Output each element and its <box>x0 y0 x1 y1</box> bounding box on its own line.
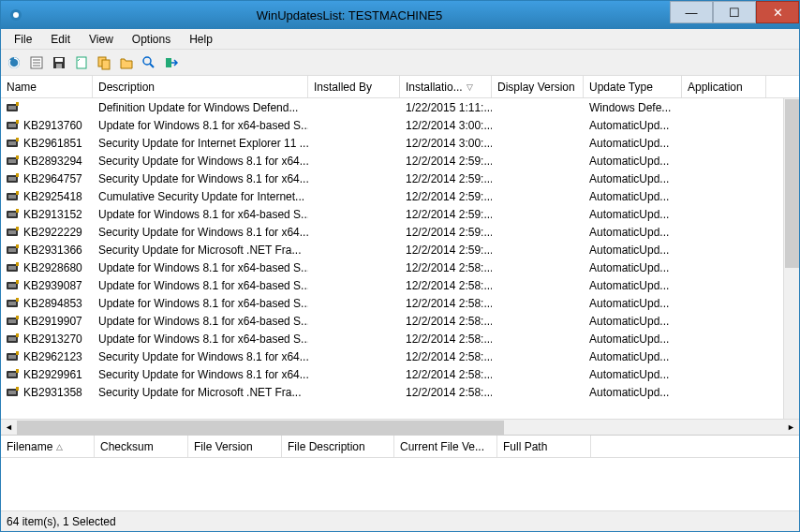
row-name: KB2929961 <box>23 368 82 381</box>
table-row[interactable]: KB2913760Update for Windows 8.1 for x64-… <box>1 116 799 134</box>
row-name: KB2961851 <box>23 137 82 150</box>
column-installed-by[interactable]: Installed By <box>308 76 400 97</box>
update-icon <box>7 280 20 291</box>
row-update-type: AutomaticUpd... <box>584 155 682 168</box>
svg-rect-45 <box>16 262 19 266</box>
row-date: 1/22/2015 1:11:... <box>400 101 492 114</box>
svg-rect-10 <box>77 57 86 68</box>
status-text: 64 item(s), 1 Selected <box>7 515 116 528</box>
svg-rect-15 <box>166 58 171 67</box>
svg-rect-26 <box>8 159 16 163</box>
detail-column-full-path[interactable]: Full Path <box>497 436 591 457</box>
menu-edit[interactable]: Edit <box>41 31 80 48</box>
exit-icon[interactable] <box>162 53 181 72</box>
menu-help[interactable]: Help <box>180 31 222 48</box>
menu-file[interactable]: File <box>5 31 41 48</box>
vertical-scrollbar[interactable] <box>783 98 799 419</box>
row-update-type: AutomaticUpd... <box>584 172 682 185</box>
detail-column-current-file-version[interactable]: Current File Ve... <box>394 436 497 457</box>
list-header: Name Description Installed By Installati… <box>1 76 799 98</box>
table-row[interactable]: KB2931366Security Update for Microsoft .… <box>1 241 799 259</box>
row-description: Update for Windows 8.1 for x64-based S..… <box>93 119 308 132</box>
row-name: KB2919907 <box>23 315 82 328</box>
row-name: KB2913270 <box>23 332 82 346</box>
row-name: KB2964757 <box>23 172 82 185</box>
scroll-left-icon[interactable]: ◄ <box>1 420 17 436</box>
update-icon <box>7 155 20 167</box>
update-icon <box>7 369 20 380</box>
row-date: 12/2/2014 2:59:... <box>400 190 492 203</box>
row-update-type: AutomaticUpd... <box>584 261 682 274</box>
row-update-type: AutomaticUpd... <box>584 297 682 310</box>
table-row[interactable]: KB2939087Update for Windows 8.1 for x64-… <box>1 276 799 294</box>
save-icon[interactable] <box>50 53 68 72</box>
row-date: 12/2/2014 2:58:... <box>400 315 492 328</box>
scroll-right-icon[interactable]: ► <box>783 420 799 436</box>
row-description: Update for Windows 8.1 for x64-based S..… <box>93 279 308 292</box>
row-date: 12/2/2014 2:58:... <box>400 261 492 274</box>
table-row[interactable]: KB2961851Security Update for Internet Ex… <box>1 134 799 152</box>
properties-icon[interactable] <box>27 53 46 72</box>
table-row[interactable]: KB2919907Update for Windows 8.1 for x64-… <box>1 312 799 330</box>
menu-options[interactable]: Options <box>123 31 180 48</box>
detail-pane: Filename△ Checksum File Version File Des… <box>1 436 799 510</box>
maximize-button[interactable]: ☐ <box>713 1 756 23</box>
row-update-type: AutomaticUpd... <box>584 208 682 221</box>
row-update-type: AutomaticUpd... <box>584 279 682 292</box>
svg-rect-51 <box>16 298 19 302</box>
open-icon[interactable] <box>117 53 136 72</box>
table-row[interactable]: KB2964757Security Update for Windows 8.1… <box>1 170 799 187</box>
detail-column-filename[interactable]: Filename△ <box>1 436 95 457</box>
row-description: Security Update for Windows 8.1 for x64.… <box>93 350 308 363</box>
row-name: KB2913760 <box>23 119 82 132</box>
table-row[interactable]: KB2913270Update for Windows 8.1 for x64-… <box>1 330 799 347</box>
column-update-type[interactable]: Update Type <box>584 76 682 97</box>
minimize-button[interactable]: — <box>670 1 713 23</box>
table-row[interactable]: KB2913152Update for Windows 8.1 for x64-… <box>1 205 799 223</box>
scrollbar-thumb[interactable] <box>785 99 799 268</box>
table-row[interactable]: KB2931358Security Update for Microsoft .… <box>1 383 799 401</box>
table-row[interactable]: KB2929961Security Update for Windows 8.1… <box>1 365 799 383</box>
svg-rect-30 <box>16 173 19 177</box>
refresh-icon[interactable] <box>5 53 23 72</box>
detail-column-checksum[interactable]: Checksum <box>95 436 188 457</box>
row-name: KB2894853 <box>23 297 82 310</box>
update-icon <box>7 209 20 220</box>
table-row[interactable]: KB2894853Update for Windows 8.1 for x64-… <box>1 294 799 312</box>
row-update-type: AutomaticUpd... <box>584 315 682 328</box>
table-row[interactable]: KB2925418Cumulative Security Update for … <box>1 187 799 205</box>
column-application[interactable]: Application <box>682 76 766 97</box>
row-date: 12/2/2014 2:59:... <box>400 226 492 239</box>
close-button[interactable]: ✕ <box>756 1 799 23</box>
horizontal-scrollbar[interactable]: ◄ ► <box>1 419 799 435</box>
row-name: KB2931366 <box>23 244 82 257</box>
row-date: 12/2/2014 2:59:... <box>400 172 492 185</box>
row-name: KB2939087 <box>23 279 82 292</box>
svg-rect-54 <box>16 316 19 319</box>
menubar: File Edit View Options Help <box>1 29 799 50</box>
table-row[interactable]: KB2893294Security Update for Windows 8.1… <box>1 152 799 170</box>
update-icon <box>7 120 20 131</box>
detail-column-file-version[interactable]: File Version <box>188 436 282 457</box>
scrollbar-thumb[interactable] <box>17 421 504 435</box>
column-description[interactable]: Description <box>93 76 308 97</box>
row-date: 12/2/2014 2:58:... <box>400 297 492 310</box>
copy-icon[interactable] <box>95 53 113 72</box>
svg-rect-65 <box>8 391 16 394</box>
table-row[interactable]: KB2922229Security Update for Windows 8.1… <box>1 223 799 241</box>
row-date: 12/2/2014 3:00:... <box>400 137 492 150</box>
update-icon <box>7 102 20 113</box>
detail-column-file-description[interactable]: File Description <box>282 436 394 457</box>
row-date: 12/2/2014 3:00:... <box>400 119 492 132</box>
column-display-version[interactable]: Display Version <box>492 76 584 97</box>
row-name: KB2928680 <box>23 261 82 274</box>
report-icon[interactable] <box>72 53 91 72</box>
row-update-type: AutomaticUpd... <box>584 386 682 399</box>
column-name[interactable]: Name <box>1 76 93 97</box>
menu-view[interactable]: View <box>80 31 123 48</box>
column-installation-date[interactable]: Installatio...▽ <box>400 76 492 97</box>
table-row[interactable]: KB2928680Update for Windows 8.1 for x64-… <box>1 259 799 276</box>
table-row[interactable]: Definition Update for Windows Defend...1… <box>1 98 799 116</box>
find-icon[interactable] <box>140 53 158 72</box>
table-row[interactable]: KB2962123Security Update for Windows 8.1… <box>1 347 799 365</box>
